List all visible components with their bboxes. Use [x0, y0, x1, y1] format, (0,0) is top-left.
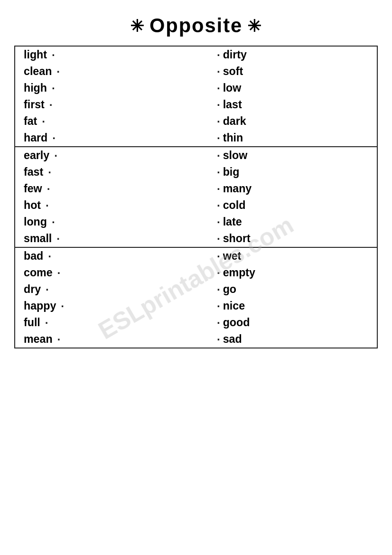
left-dot: · [46, 284, 49, 295]
left-word-text: hot [24, 199, 41, 212]
left-word-text: hard [24, 132, 47, 144]
right-word-text: late [223, 216, 242, 228]
left-dot: · [56, 233, 60, 245]
word-row: mean · · sad [15, 331, 377, 348]
word-row: first · · last [15, 96, 377, 113]
left-dot: · [48, 167, 51, 178]
left-word-text: high [24, 82, 47, 94]
left-word: long · [15, 216, 196, 228]
left-word: dry · [15, 283, 196, 296]
page-title: ✳ Opposite ✳ [130, 14, 262, 37]
left-word-text: early [24, 149, 49, 162]
right-word-text: last [223, 98, 242, 111]
left-word: small · [15, 232, 196, 245]
left-dot: · [42, 116, 45, 127]
right-dot: · [217, 150, 220, 161]
word-row: bad · · wet [15, 248, 377, 264]
left-dot: · [56, 66, 60, 77]
right-word: · nice [196, 300, 377, 312]
right-dot: · [217, 200, 220, 211]
left-word-text: full [24, 316, 40, 329]
left-word-text: clean [24, 65, 52, 78]
left-dot: · [57, 334, 61, 345]
right-word: · slow [196, 149, 377, 162]
right-word-text: dirty [223, 48, 247, 61]
left-word: bad · [15, 250, 196, 263]
right-word: · sad [196, 333, 377, 346]
word-row: clean · · soft [15, 63, 377, 80]
right-dot: · [217, 49, 220, 61]
left-word-text: mean [24, 333, 53, 346]
left-word: light · [15, 48, 196, 61]
left-dot: · [45, 317, 48, 329]
word-row: dry · · go [15, 281, 377, 298]
left-word: mean · [15, 333, 196, 346]
right-dot: · [217, 284, 220, 295]
left-word: fat · [15, 115, 196, 128]
left-dot: · [47, 183, 50, 195]
right-word: · last [196, 98, 377, 111]
left-word: few · [15, 182, 196, 195]
right-dot: · [217, 334, 220, 345]
right-word: · low [196, 82, 377, 94]
right-dot: · [217, 216, 220, 228]
left-word-text: long [24, 216, 47, 228]
left-dot: · [46, 200, 49, 211]
left-word-text: fast [24, 166, 43, 179]
left-word-text: fat [24, 115, 37, 128]
left-word: full · [15, 316, 196, 329]
right-word-text: short [223, 232, 251, 245]
left-dot: · [52, 132, 56, 144]
right-word-text: thin [223, 132, 243, 144]
right-word: · dark [196, 115, 377, 128]
right-word: · good [196, 316, 377, 329]
right-dot: · [217, 317, 220, 329]
word-block-2: early · · slow fast · · big few [14, 147, 378, 248]
left-word-text: first [24, 98, 45, 111]
left-word: early · [15, 149, 196, 162]
right-word: · late [196, 216, 377, 228]
left-word: hard · [15, 132, 196, 144]
right-dot: · [217, 183, 220, 195]
word-block-3: bad · · wet come · · empty dry [14, 248, 378, 348]
star-left-icon: ✳ [130, 16, 145, 36]
right-dot: · [217, 167, 220, 178]
word-row: fast · · big [15, 164, 377, 180]
left-dot: · [52, 216, 55, 228]
left-word-text: bad [24, 250, 43, 263]
word-row: happy · · nice [15, 298, 377, 314]
right-word: · cold [196, 199, 377, 212]
word-row: early · · slow [15, 147, 377, 164]
word-block-1: light · · dirty clean · · soft hig [14, 46, 378, 147]
left-dot: · [52, 49, 55, 61]
right-word: · go [196, 283, 377, 296]
right-word: · big [196, 166, 377, 179]
left-word-text: small [24, 232, 52, 245]
right-word: · short [196, 232, 377, 245]
right-word: · thin [196, 132, 377, 144]
right-dot: · [217, 83, 220, 94]
right-word-text: empty [223, 266, 255, 279]
word-row: small · · short [15, 230, 377, 247]
right-dot: · [217, 99, 220, 111]
right-dot: · [217, 233, 220, 245]
left-word-text: happy [24, 300, 56, 312]
right-word-text: wet [223, 250, 242, 263]
word-row: come · · empty [15, 264, 377, 281]
left-word-text: come [24, 266, 53, 279]
left-word-text: dry [24, 283, 41, 296]
word-row: hot · · cold [15, 197, 377, 214]
right-dot: · [217, 132, 220, 144]
word-row: full · · good [15, 314, 377, 331]
right-word-text: dark [223, 115, 246, 128]
right-word: · dirty [196, 48, 377, 61]
right-word-text: low [223, 82, 242, 94]
right-word-text: go [223, 283, 236, 296]
right-word-text: cold [223, 199, 246, 212]
word-row: fat · · dark [15, 113, 377, 130]
left-word: high · [15, 82, 196, 94]
right-word-text: big [223, 166, 240, 179]
right-word-text: nice [223, 300, 245, 312]
right-word: · wet [196, 250, 377, 263]
right-word-text: sad [223, 333, 242, 346]
